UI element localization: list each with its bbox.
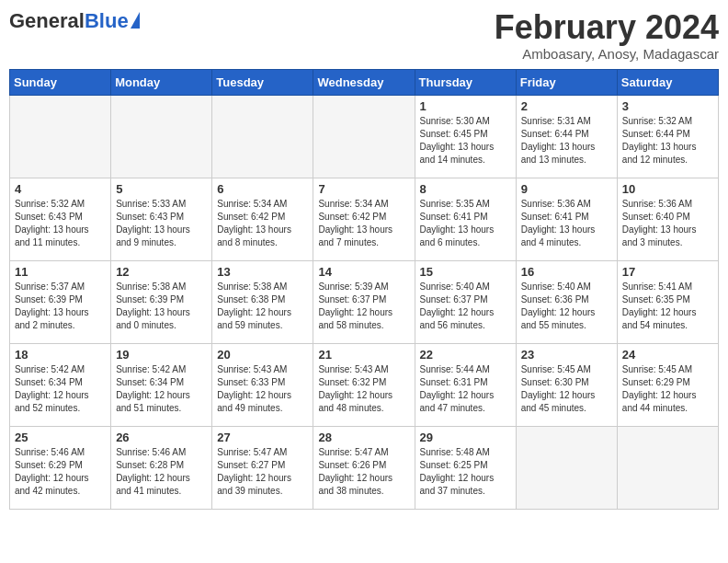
- calendar-cell: [516, 426, 617, 509]
- calendar-cell: 15Sunrise: 5:40 AMSunset: 6:37 PMDayligh…: [415, 260, 516, 343]
- day-number: 23: [521, 348, 612, 362]
- day-info: Sunrise: 5:42 AMSunset: 6:34 PMDaylight:…: [116, 363, 207, 415]
- calendar-cell: 25Sunrise: 5:46 AMSunset: 6:29 PMDayligh…: [10, 426, 111, 509]
- calendar-cell: 7Sunrise: 5:34 AMSunset: 6:42 PMDaylight…: [313, 178, 415, 260]
- calendar-cell: 1Sunrise: 5:30 AMSunset: 6:45 PMDaylight…: [415, 95, 516, 178]
- day-number: 27: [217, 431, 308, 444]
- day-number: 28: [318, 431, 409, 444]
- day-info: Sunrise: 5:40 AMSunset: 6:36 PMDaylight:…: [521, 281, 612, 332]
- calendar-week-row: 18Sunrise: 5:42 AMSunset: 6:34 PMDayligh…: [10, 343, 719, 426]
- page-header: General Blue February 2024 Amboasary, An…: [9, 9, 719, 62]
- day-number: 15: [420, 265, 511, 279]
- calendar-week-row: 11Sunrise: 5:37 AMSunset: 6:39 PMDayligh…: [10, 260, 719, 343]
- title-block: February 2024 Amboasary, Anosy, Madagasc…: [495, 9, 719, 62]
- weekday-header: Saturday: [617, 69, 718, 95]
- day-info: Sunrise: 5:42 AMSunset: 6:34 PMDaylight:…: [15, 363, 106, 415]
- calendar-cell: 18Sunrise: 5:42 AMSunset: 6:34 PMDayligh…: [10, 343, 111, 426]
- day-number: 19: [116, 348, 207, 362]
- weekday-header: Wednesday: [313, 69, 415, 95]
- day-number: 2: [521, 99, 612, 113]
- calendar-week-row: 4Sunrise: 5:32 AMSunset: 6:43 PMDaylight…: [10, 178, 719, 260]
- calendar-cell: 13Sunrise: 5:38 AMSunset: 6:38 PMDayligh…: [212, 260, 313, 343]
- day-number: 20: [217, 348, 308, 362]
- calendar-cell: [212, 95, 313, 178]
- day-info: Sunrise: 5:41 AMSunset: 6:35 PMDaylight:…: [622, 281, 713, 332]
- day-number: 5: [116, 182, 207, 196]
- day-number: 26: [116, 431, 207, 444]
- day-number: 21: [318, 348, 409, 362]
- day-info: Sunrise: 5:38 AMSunset: 6:38 PMDaylight:…: [217, 281, 308, 332]
- weekday-header: Tuesday: [212, 69, 313, 95]
- day-info: Sunrise: 5:32 AMSunset: 6:43 PMDaylight:…: [15, 198, 106, 249]
- calendar-table: SundayMondayTuesdayWednesdayThursdayFrid…: [9, 69, 719, 510]
- calendar-cell: 2Sunrise: 5:31 AMSunset: 6:44 PMDaylight…: [516, 95, 617, 178]
- day-info: Sunrise: 5:32 AMSunset: 6:44 PMDaylight:…: [622, 115, 713, 167]
- calendar-cell: 6Sunrise: 5:34 AMSunset: 6:42 PMDaylight…: [212, 178, 313, 260]
- day-info: Sunrise: 5:40 AMSunset: 6:37 PMDaylight:…: [420, 281, 511, 332]
- day-info: Sunrise: 5:45 AMSunset: 6:30 PMDaylight:…: [521, 363, 612, 415]
- day-info: Sunrise: 5:31 AMSunset: 6:44 PMDaylight:…: [521, 115, 612, 167]
- day-info: Sunrise: 5:34 AMSunset: 6:42 PMDaylight:…: [318, 198, 409, 249]
- day-number: 6: [217, 182, 308, 196]
- day-number: 10: [622, 182, 713, 196]
- calendar-title: February 2024: [495, 9, 719, 46]
- day-info: Sunrise: 5:35 AMSunset: 6:41 PMDaylight:…: [420, 198, 511, 249]
- calendar-cell: 24Sunrise: 5:45 AMSunset: 6:29 PMDayligh…: [617, 343, 718, 426]
- weekday-header: Friday: [516, 69, 617, 95]
- logo-blue-text: Blue: [85, 9, 129, 33]
- day-number: 16: [521, 265, 612, 279]
- calendar-cell: 11Sunrise: 5:37 AMSunset: 6:39 PMDayligh…: [10, 260, 111, 343]
- day-number: 3: [622, 99, 713, 113]
- day-info: Sunrise: 5:48 AMSunset: 6:25 PMDaylight:…: [420, 446, 511, 498]
- day-number: 18: [15, 348, 106, 362]
- calendar-cell: 9Sunrise: 5:36 AMSunset: 6:41 PMDaylight…: [516, 178, 617, 260]
- day-number: 22: [420, 348, 511, 362]
- day-info: Sunrise: 5:39 AMSunset: 6:37 PMDaylight:…: [318, 281, 409, 332]
- day-number: 7: [318, 182, 409, 196]
- day-number: 14: [318, 265, 409, 279]
- day-number: 25: [15, 431, 106, 444]
- day-number: 9: [521, 182, 612, 196]
- calendar-cell: 8Sunrise: 5:35 AMSunset: 6:41 PMDaylight…: [415, 178, 516, 260]
- calendar-cell: [313, 95, 415, 178]
- logo-general-text: General: [9, 9, 85, 33]
- calendar-week-row: 25Sunrise: 5:46 AMSunset: 6:29 PMDayligh…: [10, 426, 719, 509]
- day-info: Sunrise: 5:47 AMSunset: 6:27 PMDaylight:…: [217, 446, 308, 498]
- day-number: 29: [420, 431, 511, 444]
- calendar-cell: 14Sunrise: 5:39 AMSunset: 6:37 PMDayligh…: [313, 260, 415, 343]
- calendar-subtitle: Amboasary, Anosy, Madagascar: [495, 46, 719, 62]
- calendar-week-row: 1Sunrise: 5:30 AMSunset: 6:45 PMDaylight…: [10, 95, 719, 178]
- calendar-cell: [617, 426, 718, 509]
- calendar-cell: 19Sunrise: 5:42 AMSunset: 6:34 PMDayligh…: [111, 343, 212, 426]
- day-info: Sunrise: 5:38 AMSunset: 6:39 PMDaylight:…: [116, 281, 207, 332]
- calendar-cell: 12Sunrise: 5:38 AMSunset: 6:39 PMDayligh…: [111, 260, 212, 343]
- day-info: Sunrise: 5:43 AMSunset: 6:33 PMDaylight:…: [217, 363, 308, 415]
- day-info: Sunrise: 5:33 AMSunset: 6:43 PMDaylight:…: [116, 198, 207, 249]
- calendar-cell: 16Sunrise: 5:40 AMSunset: 6:36 PMDayligh…: [516, 260, 617, 343]
- day-info: Sunrise: 5:47 AMSunset: 6:26 PMDaylight:…: [318, 446, 409, 498]
- calendar-cell: 26Sunrise: 5:46 AMSunset: 6:28 PMDayligh…: [111, 426, 212, 509]
- calendar-cell: 3Sunrise: 5:32 AMSunset: 6:44 PMDaylight…: [617, 95, 718, 178]
- logo: General Blue: [9, 9, 140, 33]
- calendar-cell: 28Sunrise: 5:47 AMSunset: 6:26 PMDayligh…: [313, 426, 415, 509]
- day-info: Sunrise: 5:36 AMSunset: 6:40 PMDaylight:…: [622, 198, 713, 249]
- weekday-header: Thursday: [415, 69, 516, 95]
- calendar-cell: 5Sunrise: 5:33 AMSunset: 6:43 PMDaylight…: [111, 178, 212, 260]
- day-number: 13: [217, 265, 308, 279]
- day-number: 1: [420, 99, 511, 113]
- logo-triangle-icon: [131, 12, 140, 29]
- day-info: Sunrise: 5:45 AMSunset: 6:29 PMDaylight:…: [622, 363, 713, 415]
- calendar-cell: 27Sunrise: 5:47 AMSunset: 6:27 PMDayligh…: [212, 426, 313, 509]
- calendar-cell: 23Sunrise: 5:45 AMSunset: 6:30 PMDayligh…: [516, 343, 617, 426]
- day-number: 4: [15, 182, 106, 196]
- day-info: Sunrise: 5:46 AMSunset: 6:28 PMDaylight:…: [116, 446, 207, 498]
- calendar-cell: 20Sunrise: 5:43 AMSunset: 6:33 PMDayligh…: [212, 343, 313, 426]
- calendar-cell: 10Sunrise: 5:36 AMSunset: 6:40 PMDayligh…: [617, 178, 718, 260]
- calendar-cell: [10, 95, 111, 178]
- weekday-header-row: SundayMondayTuesdayWednesdayThursdayFrid…: [10, 69, 719, 95]
- calendar-cell: 22Sunrise: 5:44 AMSunset: 6:31 PMDayligh…: [415, 343, 516, 426]
- day-info: Sunrise: 5:43 AMSunset: 6:32 PMDaylight:…: [318, 363, 409, 415]
- day-info: Sunrise: 5:34 AMSunset: 6:42 PMDaylight:…: [217, 198, 308, 249]
- calendar-cell: 4Sunrise: 5:32 AMSunset: 6:43 PMDaylight…: [10, 178, 111, 260]
- day-number: 8: [420, 182, 511, 196]
